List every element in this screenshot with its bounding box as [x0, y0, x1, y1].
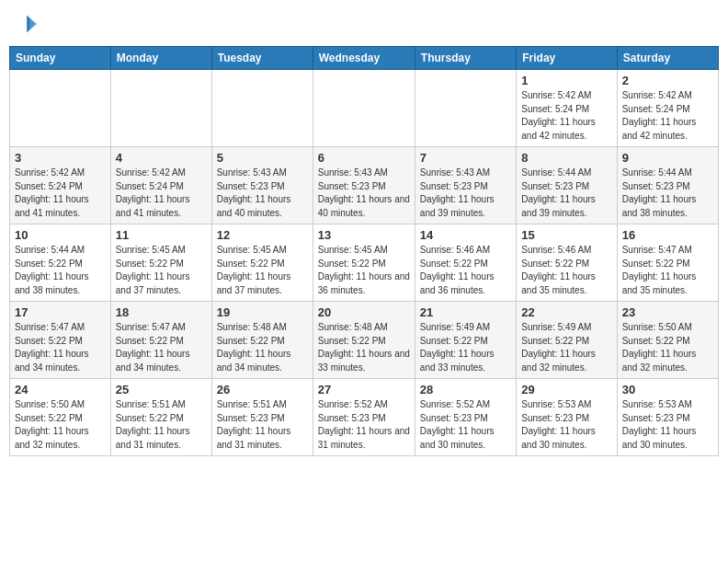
- day-number: 12: [217, 228, 308, 242]
- day-number: 22: [521, 305, 611, 319]
- calendar-cell: 11Sunrise: 5:45 AMSunset: 5:22 PMDayligh…: [110, 224, 211, 302]
- calendar-cell: 18Sunrise: 5:47 AMSunset: 5:22 PMDayligh…: [110, 302, 211, 379]
- day-number: 3: [15, 151, 106, 165]
- weekday-header-tuesday: Tuesday: [211, 47, 313, 70]
- page-header: [9, 9, 719, 39]
- weekday-header-wednesday: Wednesday: [313, 47, 415, 70]
- calendar-week-row: 24Sunrise: 5:50 AMSunset: 5:22 PMDayligh…: [10, 379, 719, 456]
- calendar-cell: 25Sunrise: 5:51 AMSunset: 5:22 PMDayligh…: [110, 379, 211, 456]
- calendar-cell: 17Sunrise: 5:47 AMSunset: 5:22 PMDayligh…: [10, 302, 111, 379]
- day-info: Sunrise: 5:44 AMSunset: 5:22 PMDaylight:…: [15, 244, 106, 297]
- calendar-cell: 24Sunrise: 5:50 AMSunset: 5:22 PMDayligh…: [10, 379, 111, 456]
- day-info: Sunrise: 5:46 AMSunset: 5:22 PMDaylight:…: [521, 244, 611, 297]
- day-number: 27: [318, 383, 410, 396]
- day-info: Sunrise: 5:50 AMSunset: 5:22 PMDaylight:…: [622, 321, 713, 374]
- day-info: Sunrise: 5:52 AMSunset: 5:23 PMDaylight:…: [318, 398, 410, 452]
- calendar-cell: 4Sunrise: 5:42 AMSunset: 5:24 PMDaylight…: [110, 147, 211, 224]
- day-info: Sunrise: 5:49 AMSunset: 5:22 PMDaylight:…: [521, 321, 611, 374]
- day-info: Sunrise: 5:42 AMSunset: 5:24 PMDaylight:…: [15, 167, 106, 220]
- calendar-cell: 15Sunrise: 5:46 AMSunset: 5:22 PMDayligh…: [517, 224, 617, 302]
- day-info: Sunrise: 5:45 AMSunset: 5:22 PMDaylight:…: [116, 244, 207, 297]
- calendar-cell: [10, 70, 111, 147]
- day-number: 11: [116, 228, 207, 242]
- day-number: 9: [622, 151, 713, 165]
- calendar-cell: 2Sunrise: 5:42 AMSunset: 5:24 PMDaylight…: [617, 70, 718, 147]
- day-info: Sunrise: 5:45 AMSunset: 5:22 PMDaylight:…: [318, 244, 410, 297]
- day-number: 15: [521, 228, 611, 242]
- day-info: Sunrise: 5:51 AMSunset: 5:23 PMDaylight:…: [217, 398, 308, 452]
- day-number: 4: [116, 151, 207, 165]
- day-number: 16: [622, 228, 713, 242]
- day-number: 23: [622, 305, 713, 319]
- day-number: 29: [521, 383, 611, 396]
- weekday-header-monday: Monday: [110, 47, 211, 70]
- calendar-cell: [110, 70, 211, 147]
- day-number: 5: [217, 151, 308, 165]
- calendar-cell: 28Sunrise: 5:52 AMSunset: 5:23 PMDayligh…: [415, 379, 516, 456]
- calendar-cell: 5Sunrise: 5:43 AMSunset: 5:23 PMDaylight…: [211, 147, 313, 224]
- calendar-cell: 1Sunrise: 5:42 AMSunset: 5:24 PMDaylight…: [517, 70, 617, 147]
- day-info: Sunrise: 5:53 AMSunset: 5:23 PMDaylight:…: [622, 398, 713, 452]
- calendar-week-row: 17Sunrise: 5:47 AMSunset: 5:22 PMDayligh…: [10, 302, 719, 379]
- day-number: 17: [15, 305, 106, 319]
- day-number: 21: [420, 305, 511, 319]
- day-info: Sunrise: 5:43 AMSunset: 5:23 PMDaylight:…: [420, 167, 511, 220]
- calendar-cell: 21Sunrise: 5:49 AMSunset: 5:22 PMDayligh…: [415, 302, 516, 379]
- day-info: Sunrise: 5:47 AMSunset: 5:22 PMDaylight:…: [116, 321, 207, 374]
- day-info: Sunrise: 5:47 AMSunset: 5:22 PMDaylight:…: [15, 321, 106, 374]
- calendar-cell: 12Sunrise: 5:45 AMSunset: 5:22 PMDayligh…: [211, 224, 313, 302]
- day-number: 1: [521, 74, 611, 87]
- day-info: Sunrise: 5:43 AMSunset: 5:23 PMDaylight:…: [318, 167, 410, 220]
- day-number: 19: [217, 305, 308, 319]
- calendar-cell: 13Sunrise: 5:45 AMSunset: 5:22 PMDayligh…: [313, 224, 415, 302]
- calendar-week-row: 3Sunrise: 5:42 AMSunset: 5:24 PMDaylight…: [10, 147, 719, 224]
- weekday-header-thursday: Thursday: [415, 47, 516, 70]
- calendar-cell: 26Sunrise: 5:51 AMSunset: 5:23 PMDayligh…: [211, 379, 313, 456]
- day-number: 26: [217, 383, 308, 396]
- day-number: 7: [420, 151, 511, 165]
- calendar-cell: 10Sunrise: 5:44 AMSunset: 5:22 PMDayligh…: [10, 224, 111, 302]
- calendar-week-row: 10Sunrise: 5:44 AMSunset: 5:22 PMDayligh…: [10, 224, 719, 302]
- day-info: Sunrise: 5:44 AMSunset: 5:23 PMDaylight:…: [521, 167, 611, 220]
- weekday-header-sunday: Sunday: [10, 47, 111, 70]
- day-number: 20: [318, 305, 410, 319]
- day-info: Sunrise: 5:42 AMSunset: 5:24 PMDaylight:…: [116, 167, 207, 220]
- day-number: 30: [622, 383, 713, 396]
- calendar-cell: [415, 70, 516, 147]
- day-number: 6: [318, 151, 410, 165]
- day-info: Sunrise: 5:52 AMSunset: 5:23 PMDaylight:…: [420, 398, 511, 452]
- logo: [9, 9, 42, 39]
- day-info: Sunrise: 5:50 AMSunset: 5:22 PMDaylight:…: [15, 398, 106, 452]
- calendar-cell: 9Sunrise: 5:44 AMSunset: 5:23 PMDaylight…: [617, 147, 718, 224]
- day-info: Sunrise: 5:46 AMSunset: 5:22 PMDaylight:…: [420, 244, 511, 297]
- calendar-cell: 29Sunrise: 5:53 AMSunset: 5:23 PMDayligh…: [517, 379, 617, 456]
- day-number: 2: [622, 74, 713, 87]
- day-info: Sunrise: 5:48 AMSunset: 5:22 PMDaylight:…: [217, 321, 308, 374]
- day-info: Sunrise: 5:47 AMSunset: 5:22 PMDaylight:…: [622, 244, 713, 297]
- calendar-cell: 23Sunrise: 5:50 AMSunset: 5:22 PMDayligh…: [617, 302, 718, 379]
- day-info: Sunrise: 5:43 AMSunset: 5:23 PMDaylight:…: [217, 167, 308, 220]
- day-number: 24: [15, 383, 106, 396]
- calendar-cell: 7Sunrise: 5:43 AMSunset: 5:23 PMDaylight…: [415, 147, 516, 224]
- day-info: Sunrise: 5:53 AMSunset: 5:23 PMDaylight:…: [521, 398, 611, 452]
- calendar-cell: 14Sunrise: 5:46 AMSunset: 5:22 PMDayligh…: [415, 224, 516, 302]
- calendar-cell: 30Sunrise: 5:53 AMSunset: 5:23 PMDayligh…: [617, 379, 718, 456]
- day-info: Sunrise: 5:42 AMSunset: 5:24 PMDaylight:…: [521, 89, 611, 143]
- calendar-cell: 27Sunrise: 5:52 AMSunset: 5:23 PMDayligh…: [313, 379, 415, 456]
- calendar-cell: 20Sunrise: 5:48 AMSunset: 5:22 PMDayligh…: [313, 302, 415, 379]
- calendar-cell: 3Sunrise: 5:42 AMSunset: 5:24 PMDaylight…: [10, 147, 111, 224]
- calendar-cell: [211, 70, 313, 147]
- day-info: Sunrise: 5:49 AMSunset: 5:22 PMDaylight:…: [420, 321, 511, 374]
- calendar-cell: 6Sunrise: 5:43 AMSunset: 5:23 PMDaylight…: [313, 147, 415, 224]
- day-number: 28: [420, 383, 511, 396]
- calendar-table: SundayMondayTuesdayWednesdayThursdayFrid…: [9, 46, 719, 456]
- weekday-header-saturday: Saturday: [617, 47, 718, 70]
- calendar-cell: 19Sunrise: 5:48 AMSunset: 5:22 PMDayligh…: [211, 302, 313, 379]
- weekday-header-row: SundayMondayTuesdayWednesdayThursdayFrid…: [10, 47, 719, 70]
- day-info: Sunrise: 5:51 AMSunset: 5:22 PMDaylight:…: [116, 398, 207, 452]
- day-info: Sunrise: 5:48 AMSunset: 5:22 PMDaylight:…: [318, 321, 410, 374]
- day-info: Sunrise: 5:45 AMSunset: 5:22 PMDaylight:…: [217, 244, 308, 297]
- day-info: Sunrise: 5:42 AMSunset: 5:24 PMDaylight:…: [622, 89, 713, 143]
- day-number: 10: [15, 228, 106, 242]
- logo-icon: [9, 9, 39, 39]
